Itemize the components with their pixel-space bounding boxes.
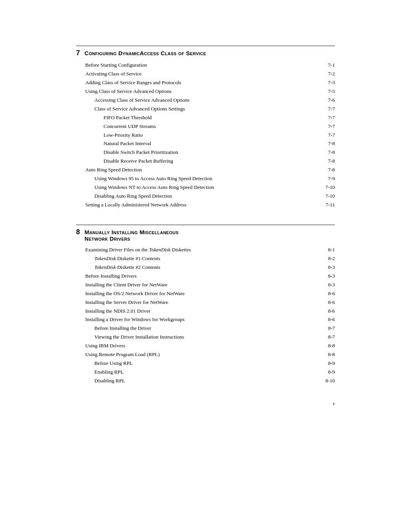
toc-page: 8-10 (325, 377, 335, 385)
toc-page: 8-3 (328, 272, 335, 281)
toc-page: 8-8 (328, 342, 335, 350)
toc-entry: Class of Service Advanced Options Settin… (76, 105, 335, 113)
toc-label: Using Remote Program Load (RPL) (85, 350, 325, 359)
toc-label: Class of Service Advanced Options Settin… (94, 105, 325, 113)
toc-entry: Disable Receive Packet Buffering 7-8 (76, 157, 335, 166)
toc-label: Before Starting Configuration (85, 61, 325, 70)
toc-page: 8-8 (328, 350, 335, 359)
toc-entry: Using IBM Drivers 8-8 (76, 342, 335, 350)
toc-entry: Installing the NDIS 2.01 Driver 8-6 (76, 307, 335, 316)
toc-label: Installing a Driver for Windows for Work… (85, 315, 325, 324)
toc-label: Adding Class of Service Ranges and Proto… (85, 78, 325, 87)
page-container: 7 Configuring DynamicAccess Class of Ser… (76, 46, 335, 407)
toc-page: 7-7 (328, 122, 335, 131)
page-footer: v (76, 401, 335, 407)
chapter-8-number: 8 (76, 228, 80, 236)
toc-page: 7-8 (328, 148, 335, 157)
toc-page: 7-7 (328, 113, 335, 122)
page-number: v (333, 401, 335, 406)
toc-label: Using Class of Service Advanced Options (85, 87, 325, 96)
toc-entry: Viewing the Driver Installation Instruct… (76, 333, 335, 342)
toc-page: 8-6 (328, 298, 335, 307)
toc-page: 7-5 (328, 87, 335, 96)
toc-label: Natural Packet Interval (104, 139, 325, 148)
toc-entry: Natural Packet Interval 7-8 (76, 139, 335, 148)
toc-entry: Installing a Driver for Windows for Work… (76, 315, 335, 324)
toc-page: 7-10 (325, 183, 335, 192)
toc-entry: Installing the OS/2 Network Driver for N… (76, 289, 335, 298)
toc-entry: Adding Class of Service Ranges and Proto… (76, 78, 335, 87)
toc-page: 7-8 (328, 166, 335, 174)
toc-label: Disable Receive Packet Buffering (104, 157, 325, 166)
toc-entry: Using Windows NT to Access Auto Ring Spe… (76, 183, 335, 192)
toc-entry: Before Starting Configuration 7-1 (76, 61, 335, 70)
toc-label: Installing the Server Driver for NetWare (85, 298, 325, 307)
toc-entry: Before Installing the Driver 8-7 (76, 324, 335, 333)
toc-page: 8-3 (328, 263, 335, 272)
chapter-7-title: Configuring DynamicAccess Class of Servi… (84, 50, 206, 56)
toc-page: 7-9 (328, 174, 335, 183)
toc-entry: Disable Switch Packet Prioritization 7-8 (76, 148, 335, 157)
toc-label: TokenDisk Diskette #2 Contents (94, 263, 325, 272)
toc-page: 7-6 (328, 96, 335, 105)
chapter-8-divider (76, 225, 335, 225)
toc-page: 8-9 (328, 359, 335, 368)
toc-entry: Before Using RPL 8-9 (76, 359, 335, 368)
toc-label: Low-Priority Ratio (104, 131, 325, 140)
toc-page: 7-8 (328, 157, 335, 166)
toc-label: TokenDisk Diskette #1 Contents (94, 254, 325, 263)
toc-page: 8-3 (328, 281, 335, 289)
toc-entry: Activating Class of Service 7-2 (76, 70, 335, 78)
toc-entry: Auto Ring Speed Detection 7-8 (76, 166, 335, 174)
toc-page: 8-9 (328, 368, 335, 377)
toc-label: Before Installing the Driver (94, 324, 325, 333)
chapter-8-heading: 8 Manually Installing MiscellaneousNetwo… (76, 228, 335, 242)
toc-page: 7-7 (328, 131, 335, 140)
toc-label: Examining Driver Files on the TokenDisk … (85, 246, 325, 254)
toc-label: Accessing Class of Service Advanced Opti… (94, 96, 325, 105)
toc-entry: Enabling RPL 8-9 (76, 368, 335, 377)
toc-entry: Concurrent UDP Streams 7-7 (76, 122, 335, 131)
toc-entry: Disabling Auto Ring Speed Detection 7-10 (76, 192, 335, 201)
toc-label: Disabling Auto Ring Speed Detection (94, 192, 322, 201)
toc-page: 7-2 (328, 70, 335, 78)
toc-label: Concurrent UDP Streams (104, 122, 325, 131)
toc-entry: Using Remote Program Load (RPL) 8-8 (76, 350, 335, 359)
toc-page: 7-10 (325, 192, 335, 201)
toc-entry: Using Class of Service Advanced Options … (76, 87, 335, 96)
toc-entry: Installing the Server Driver for NetWare… (76, 298, 335, 307)
toc-page: 8-2 (328, 254, 335, 263)
toc-label: Installing the Client Driver for NetWare (85, 281, 325, 289)
toc-page: 7-1 (328, 61, 335, 70)
toc-entry: FIFO Packet Threshold 7-7 (76, 113, 335, 122)
toc-label: Activating Class of Service (85, 70, 325, 78)
chapter-8-toc: Examining Driver Files on the TokenDisk … (76, 246, 335, 385)
chapter-8-section: 8 Manually Installing MiscellaneousNetwo… (76, 225, 335, 385)
chapter-7-toc: Before Starting Configuration 7-1 Activa… (76, 61, 335, 209)
toc-label: Before Using RPL (94, 359, 325, 368)
toc-page: 8-6 (328, 315, 335, 324)
toc-page: 8-6 (328, 307, 335, 316)
toc-entry: Before Installing Drivers 8-3 (76, 272, 335, 281)
toc-label: Using Windows 95 to Access Auto Ring Spe… (94, 174, 325, 183)
toc-entry: Accessing Class of Service Advanced Opti… (76, 96, 335, 105)
toc-page: 7-11 (326, 201, 335, 209)
toc-entry: TokenDisk Diskette #1 Contents 8-2 (76, 254, 335, 263)
chapter-8-title: Manually Installing MiscellaneousNetwork… (84, 229, 178, 242)
toc-page: 8-6 (328, 289, 335, 298)
chapter-7-divider (76, 46, 335, 46)
toc-page: 8-1 (328, 246, 335, 254)
toc-page: 8-7 (328, 324, 335, 333)
toc-entry: Disabling RPL 8-10 (76, 377, 335, 385)
toc-entry: TokenDisk Diskette #2 Contents 8-3 (76, 263, 335, 272)
toc-label: Disabling RPL (94, 377, 322, 385)
toc-label: Disable Switch Packet Prioritization (104, 148, 325, 157)
toc-label: Using IBM Drivers (85, 342, 325, 350)
toc-label: Enabling RPL (94, 368, 325, 377)
toc-entry: Installing the Client Driver for NetWare… (76, 281, 335, 289)
toc-entry: Examining Driver Files on the TokenDisk … (76, 246, 335, 254)
toc-entry: Using Windows 95 to Access Auto Ring Spe… (76, 174, 335, 183)
toc-label: Setting a Locally Administered Network A… (85, 201, 323, 209)
toc-page: 8-7 (328, 333, 335, 342)
toc-label: Viewing the Driver Installation Instruct… (94, 333, 325, 342)
